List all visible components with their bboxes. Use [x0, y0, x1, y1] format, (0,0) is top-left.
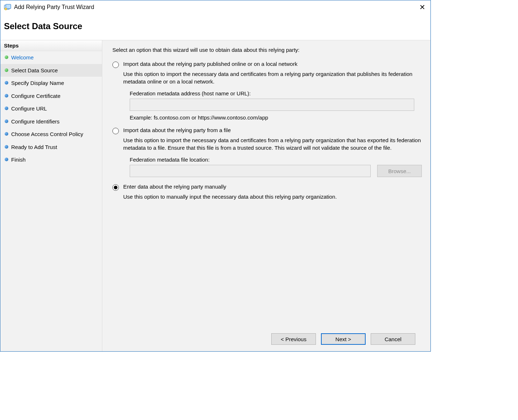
previous-button[interactable]: < Previous — [271, 333, 316, 345]
steps-sidebar: Steps Welcome Select Data Source Specify… — [0, 40, 102, 351]
option-manual-label[interactable]: Enter data about the relying party manua… — [123, 184, 226, 190]
step-configure-url[interactable]: Configure URL — [0, 102, 102, 115]
step-finish[interactable]: Finish — [0, 153, 102, 166]
wizard-footer: < Previous Next > Cancel — [112, 328, 422, 351]
metadata-file-input[interactable] — [130, 165, 371, 177]
window-title: Add Relying Party Trust Wizard — [14, 4, 417, 10]
step-welcome-link[interactable]: Welcome — [11, 54, 34, 60]
option-manual-desc: Use this option to manually input the ne… — [123, 193, 422, 200]
option-import-file-desc: Use this option to import the necessary … — [123, 136, 422, 152]
step-label: Configure Identifiers — [11, 118, 59, 125]
step-specify-display-name[interactable]: Specify Display Name — [0, 77, 102, 90]
option-manual: Enter data about the relying party manua… — [112, 184, 422, 191]
radio-import-file[interactable] — [112, 128, 119, 134]
content-area: Select an option that this wizard will u… — [112, 47, 422, 328]
metadata-file-block: Federation metadata file location: Brows… — [130, 157, 422, 177]
metadata-address-input[interactable] — [130, 99, 414, 111]
step-label: Specify Display Name — [11, 80, 64, 86]
page-title: Select Data Source — [4, 21, 427, 31]
step-label: Configure URL — [11, 105, 47, 112]
main-panel: Select an option that this wizard will u… — [102, 40, 430, 351]
metadata-file-label: Federation metadata file location: — [130, 157, 422, 163]
metadata-address-example: Example: fs.contoso.com or https://www.c… — [130, 114, 422, 121]
step-choose-access-control-policy[interactable]: Choose Access Control Policy — [0, 128, 102, 141]
cancel-button[interactable]: Cancel — [371, 333, 415, 345]
step-label: Configure Certificate — [11, 93, 61, 99]
option-import-online-label[interactable]: Import data about the relying party publ… — [123, 61, 298, 67]
titlebar: Add Relying Party Trust Wizard ✕ — [0, 0, 430, 14]
next-button[interactable]: Next > — [321, 333, 366, 345]
step-select-data-source[interactable]: Select Data Source — [0, 64, 102, 77]
radio-import-online[interactable] — [112, 62, 119, 68]
step-label: Finish — [11, 157, 26, 163]
step-welcome[interactable]: Welcome — [0, 51, 102, 64]
option-import-online: Import data about the relying party publ… — [112, 61, 422, 68]
wizard-body: Steps Welcome Select Data Source Specify… — [0, 40, 430, 351]
option-import-file: Import data about the relying party from… — [112, 127, 422, 134]
wizard-window: Add Relying Party Trust Wizard ✕ Select … — [0, 0, 431, 352]
radio-manual[interactable] — [112, 184, 119, 191]
option-import-online-desc: Use this option to import the necessary … — [123, 70, 422, 85]
close-icon[interactable]: ✕ — [417, 4, 427, 11]
option-import-file-label[interactable]: Import data about the relying party from… — [123, 127, 231, 133]
step-label: Choose Access Control Policy — [11, 131, 83, 137]
wizard-icon — [4, 4, 11, 11]
svg-rect-1 — [6, 4, 11, 9]
intro-text: Select an option that this wizard will u… — [112, 47, 422, 53]
metadata-address-block: Federation metadata address (host name o… — [130, 90, 422, 121]
step-configure-identifiers[interactable]: Configure Identifiers — [0, 115, 102, 128]
browse-button[interactable]: Browse... — [377, 165, 422, 177]
step-label: Select Data Source — [11, 67, 58, 73]
metadata-address-label: Federation metadata address (host name o… — [130, 90, 422, 96]
steps-header: Steps — [0, 40, 102, 51]
step-label: Ready to Add Trust — [11, 144, 57, 150]
step-ready-to-add-trust[interactable]: Ready to Add Trust — [0, 141, 102, 154]
page-header: Select Data Source — [0, 14, 430, 40]
step-configure-certificate[interactable]: Configure Certificate — [0, 90, 102, 103]
svg-point-2 — [5, 8, 7, 10]
